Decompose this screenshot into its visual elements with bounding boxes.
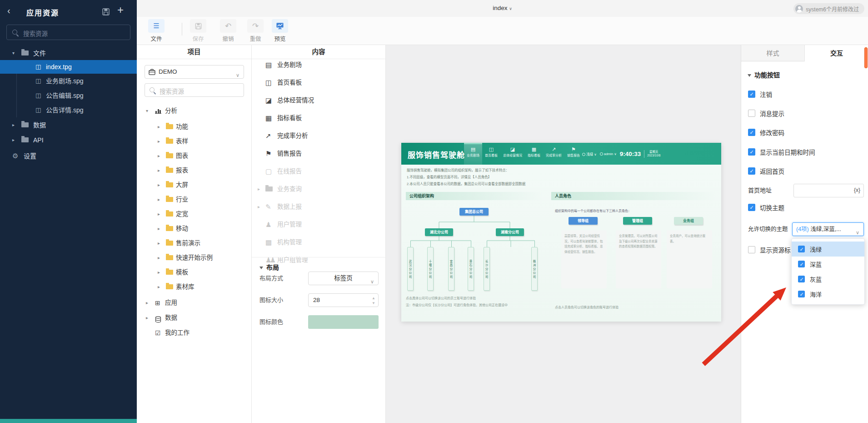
project-folder[interactable]: ▸功能 [137, 120, 252, 134]
checkbox-message[interactable]: 消息提示 [748, 108, 784, 119]
sidebar-item-data[interactable]: ▸ 数据 [0, 118, 137, 132]
layout-section-header[interactable]: 布局 [259, 262, 279, 272]
project-item-apps[interactable]: ▸ ⊞ 应用 [137, 296, 252, 310]
chevron-down-icon: ▾ [146, 104, 148, 118]
sidebar-item-settings[interactable]: ⚙ 设置 [0, 149, 137, 163]
layout-method-select[interactable]: 标签页 ∨ [308, 272, 379, 285]
sidebar-file-spg3[interactable]: ◫ 公告详情.spg [0, 103, 137, 117]
content-item[interactable]: ⚑销售报告 [252, 145, 386, 162]
content-item[interactable]: ▦指标看板 [252, 109, 386, 127]
workspace-select[interactable]: DEMO ∨ [145, 65, 244, 79]
org-leaf-node[interactable]: 黄石分公司 [468, 247, 474, 291]
content-item[interactable]: ◫首页看板 [252, 74, 386, 91]
role-chip-leader[interactable]: 领导组 [569, 217, 598, 225]
role-chip-manager[interactable]: 管理组 [623, 217, 652, 225]
icon-size-stepper[interactable]: 28 ▲▼ [308, 293, 379, 307]
project-folder[interactable]: ▸大屏 [137, 178, 252, 192]
save-button[interactable]: 保存 [187, 19, 210, 43]
user-menu[interactable]: admin ∨ [600, 152, 617, 156]
checkbox-switch-theme[interactable]: 切换主题 [748, 202, 784, 213]
user-badge[interactable]: system6个月前修改过 [793, 3, 864, 14]
icon-color-swatch[interactable] [308, 315, 379, 329]
org-root-node[interactable]: 集团总公司 [459, 208, 489, 216]
sidebar-item-api[interactable]: ▸ API [0, 133, 137, 147]
content-item-disabled[interactable]: ▢在线报告 [252, 162, 386, 180]
tab-style[interactable]: 样式 [741, 45, 805, 61]
project-folder[interactable]: ▸售前演示 [137, 237, 252, 250]
org-leaf-node[interactable]: 武汉分公司 [407, 247, 414, 291]
org-leaf-node[interactable]: 株洲分公司 [531, 247, 538, 291]
checkbox-show-resource-title[interactable]: 显示资源标 [748, 244, 791, 255]
allowed-themes-select[interactable]: (4项) 浅绿,深蓝,... ∨ [792, 222, 864, 236]
checkbox-password[interactable]: 修改密码 [748, 127, 784, 138]
checkbox-datetime[interactable]: 显示当前日期和时间 [748, 146, 815, 157]
dash-nav-item[interactable]: ▤业务剧场 [464, 143, 482, 165]
project-folder[interactable]: ▸表样 [137, 135, 252, 148]
project-folder[interactable]: ▸移动 [137, 222, 252, 236]
dash-nav-item[interactable]: ◫首页看板 [482, 143, 500, 165]
project-folder[interactable]: ▸行业 [137, 193, 252, 206]
dash-nav-item[interactable]: ◪总体经营情况 [500, 143, 525, 165]
file-menu-button[interactable]: ☰ 文件 [145, 19, 168, 43]
scrollbar-thumb-highlight[interactable] [864, 47, 868, 68]
undo-button[interactable]: ↶ 撤销 [217, 19, 239, 43]
org-leaf-node[interactable]: 十堰分公司 [427, 247, 434, 291]
org-branch-node[interactable]: 湖南分公司 [496, 228, 524, 236]
dash-nav-item[interactable]: ⚑销售报告 [564, 143, 583, 165]
project-folder[interactable]: ▸素材库 [137, 280, 252, 294]
org-leaf-node[interactable]: 长沙分公司 [484, 247, 490, 291]
add-resource-icon[interactable]: + [117, 4, 124, 16]
chevron-down-icon: ▾ [12, 46, 15, 60]
content-item[interactable]: ↗完成率分析 [252, 127, 386, 145]
project-folder[interactable]: ▸模板 [137, 266, 252, 279]
function-buttons-section[interactable]: 功能按钮 [748, 70, 780, 79]
project-folder[interactable]: ▸定宽 [137, 207, 252, 221]
fx-expression-button[interactable]: {x} [854, 187, 860, 193]
theme-option[interactable]: 海洋 [792, 287, 864, 302]
sidebar-scrollbar[interactable] [0, 419, 137, 423]
stepper-arrows-icon[interactable]: ▲▼ [372, 296, 375, 306]
project-item-my-work[interactable]: ☑ 我的工作 [137, 326, 252, 340]
content-item-disabled[interactable]: ♟用户管理 [252, 216, 386, 233]
dashboard-preview[interactable]: 服饰销售驾驶舱 ▤业务剧场 ◫首页看板 ◪总体经营情况 ▦指标看板 ↗完成率分析… [401, 143, 721, 322]
theme-option[interactable]: 浅绿 [792, 242, 864, 257]
org-branch-node[interactable]: 湖北分公司 [425, 228, 453, 236]
theme-option[interactable]: 灰蓝 [792, 272, 864, 287]
sidebar-search-input[interactable]: 搜索资源 [6, 25, 130, 40]
role-chip-business[interactable]: 业务组 [674, 217, 703, 225]
dash-nav-item[interactable]: ↗完成率分析 [543, 143, 564, 165]
dash-nav-item[interactable]: ▦指标看板 [525, 143, 543, 165]
home-url-input[interactable]: {x} [793, 184, 864, 197]
checkbox-home[interactable]: 返回首页 [748, 166, 784, 176]
preview-button[interactable]: 预览 [269, 19, 291, 43]
content-item-disabled[interactable]: ▸业务查询 [252, 180, 386, 198]
sidebar-file-spg1[interactable]: ◫ 业务剧场.spg [0, 74, 137, 88]
export-icon[interactable] [102, 8, 110, 18]
sidebar-item-files[interactable]: ▾ 文件 [0, 46, 137, 60]
theme-option[interactable]: 深蓝 [792, 257, 864, 272]
project-folder[interactable]: ▸报表 [137, 164, 252, 177]
checkbox-logout[interactable]: 注销 [748, 89, 772, 100]
project-folder[interactable]: ▸图表 [137, 149, 252, 163]
content-item[interactable]: ◪总体经营情况 [252, 91, 386, 109]
project-item-data[interactable]: ▸ 数据 [137, 311, 252, 325]
org-leaf-node[interactable]: 宜昌分公司 [448, 247, 454, 291]
redo-button[interactable]: ↷ 重做 [244, 19, 267, 43]
project-folder[interactable]: ▸快速开始示例 [137, 251, 252, 265]
folder-icon [166, 168, 173, 173]
project-root-analysis[interactable]: ▾ 分析 [137, 104, 252, 118]
tab-interaction[interactable]: 交互 [805, 45, 868, 61]
bar-chart-icon: ◪ [503, 146, 522, 152]
content-item[interactable]: ▤业务剧场 [252, 56, 386, 74]
dashboard-nav: ▤业务剧场 ◫首页看板 ◪总体经营情况 ▦指标看板 ↗完成率分析 ⚑销售报告 [464, 143, 583, 165]
doc-title[interactable]: index ∨ [493, 5, 512, 11]
theme-switcher[interactable]: 浅绿 ∨ [582, 151, 597, 156]
back-icon[interactable]: ‹ [7, 5, 10, 16]
presentation-icon: ⚑ [567, 146, 580, 152]
content-item-disabled[interactable]: ▸✎数据上报 [252, 198, 386, 216]
sidebar-file-spg2[interactable]: ◫ 公告编辑.spg [0, 89, 137, 102]
sidebar-file-index[interactable]: ◫ index.tpg [0, 60, 137, 74]
design-canvas[interactable]: 服饰销售驾驶舱 ▤业务剧场 ◫首页看板 ◪总体经营情况 ▦指标看板 ↗完成率分析… [386, 45, 741, 423]
content-item-disabled[interactable]: ▩机构管理 [252, 233, 386, 251]
project-search-input[interactable]: 搜索资源 [145, 83, 244, 97]
